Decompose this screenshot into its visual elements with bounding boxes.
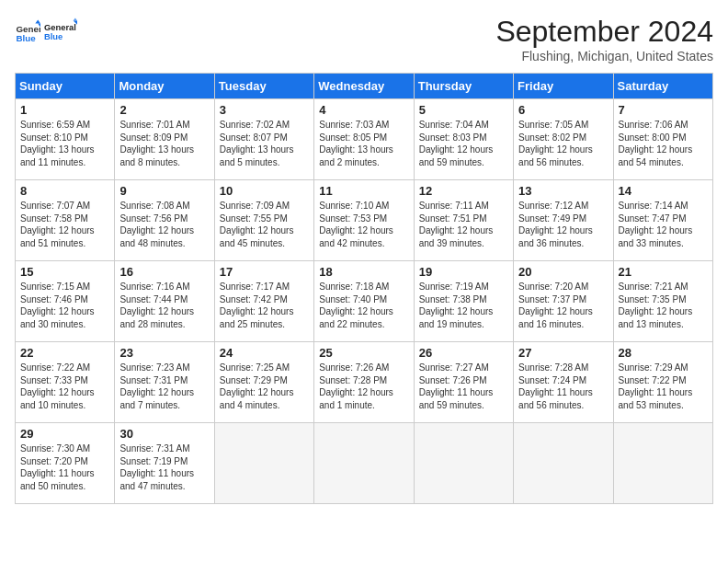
day-content: Sunrise: 7:25 AM Sunset: 7:29 PM Dayligh…	[220, 362, 309, 411]
day-header-tuesday: Tuesday	[214, 74, 313, 99]
day-number: 4	[319, 103, 408, 117]
day-number: 23	[119, 346, 209, 360]
day-content: Sunrise: 7:20 AM Sunset: 7:37 PM Dayligh…	[518, 281, 608, 330]
day-content: Sunrise: 7:02 AM Sunset: 8:07 PM Dayligh…	[220, 119, 309, 168]
calendar-cell: 4Sunrise: 7:03 AM Sunset: 8:05 PM Daylig…	[314, 99, 414, 180]
calendar-cell: 16Sunrise: 7:16 AM Sunset: 7:44 PM Dayli…	[115, 261, 214, 342]
calendar-table: SundayMondayTuesdayWednesdayThursdayFrid…	[15, 73, 713, 504]
calendar-cell: 13Sunrise: 7:12 AM Sunset: 7:49 PM Dayli…	[514, 180, 613, 261]
calendar-cell: 22Sunrise: 7:22 AM Sunset: 7:33 PM Dayli…	[16, 342, 115, 423]
day-content: Sunrise: 7:10 AM Sunset: 7:53 PM Dayligh…	[319, 200, 408, 249]
day-content: Sunrise: 7:15 AM Sunset: 7:46 PM Dayligh…	[20, 281, 109, 330]
title-block: September 2024 Flushing, Michigan, Unite…	[495, 15, 713, 63]
calendar-cell	[214, 423, 313, 504]
day-content: Sunrise: 7:29 AM Sunset: 7:22 PM Dayligh…	[619, 362, 708, 411]
day-header-saturday: Saturday	[613, 74, 712, 99]
calendar-cell	[314, 423, 414, 504]
generalblue-logo-graphic: General Blue	[44, 15, 77, 48]
day-number: 10	[220, 184, 309, 198]
day-content: Sunrise: 7:03 AM Sunset: 8:05 PM Dayligh…	[319, 119, 408, 168]
day-content: Sunrise: 7:14 AM Sunset: 7:47 PM Dayligh…	[619, 200, 708, 249]
calendar-cell: 24Sunrise: 7:25 AM Sunset: 7:29 PM Dayli…	[214, 342, 313, 423]
calendar-cell: 21Sunrise: 7:21 AM Sunset: 7:35 PM Dayli…	[613, 261, 712, 342]
calendar-cell: 3Sunrise: 7:02 AM Sunset: 8:07 PM Daylig…	[214, 99, 313, 180]
calendar-header-row: SundayMondayTuesdayWednesdayThursdayFrid…	[16, 74, 713, 99]
day-content: Sunrise: 7:04 AM Sunset: 8:03 PM Dayligh…	[419, 119, 508, 168]
calendar-cell: 10Sunrise: 7:09 AM Sunset: 7:55 PM Dayli…	[214, 180, 313, 261]
svg-marker-2	[35, 19, 40, 23]
day-number: 27	[518, 346, 608, 360]
day-number: 2	[119, 103, 209, 117]
svg-text:Blue: Blue	[44, 32, 63, 41]
day-number: 22	[20, 346, 109, 360]
calendar-cell: 25Sunrise: 7:26 AM Sunset: 7:28 PM Dayli…	[314, 342, 414, 423]
calendar-cell: 18Sunrise: 7:18 AM Sunset: 7:40 PM Dayli…	[314, 261, 414, 342]
month-title: September 2024	[495, 15, 713, 49]
calendar-cell: 17Sunrise: 7:17 AM Sunset: 7:42 PM Dayli…	[214, 261, 313, 342]
calendar-cell	[514, 423, 613, 504]
day-number: 19	[419, 265, 508, 279]
calendar-cell	[613, 423, 712, 504]
day-content: Sunrise: 7:07 AM Sunset: 7:58 PM Dayligh…	[20, 200, 109, 249]
day-number: 26	[419, 346, 508, 360]
day-header-wednesday: Wednesday	[314, 74, 414, 99]
svg-marker-7	[74, 18, 77, 21]
day-content: Sunrise: 7:27 AM Sunset: 7:26 PM Dayligh…	[419, 362, 508, 411]
day-number: 8	[20, 184, 109, 198]
logo-icon: General Blue	[15, 18, 40, 44]
day-content: Sunrise: 7:08 AM Sunset: 7:56 PM Dayligh…	[119, 200, 209, 249]
day-content: Sunrise: 7:17 AM Sunset: 7:42 PM Dayligh…	[220, 281, 309, 330]
day-number: 5	[419, 103, 508, 117]
calendar-cell	[414, 423, 513, 504]
logo: General Blue General Blue	[15, 15, 77, 48]
svg-text:General: General	[44, 23, 76, 32]
calendar-cell: 12Sunrise: 7:11 AM Sunset: 7:51 PM Dayli…	[414, 180, 513, 261]
day-number: 12	[419, 184, 508, 198]
day-content: Sunrise: 7:19 AM Sunset: 7:38 PM Dayligh…	[419, 281, 508, 330]
calendar-cell: 29Sunrise: 7:30 AM Sunset: 7:20 PM Dayli…	[16, 423, 115, 504]
calendar-cell: 7Sunrise: 7:06 AM Sunset: 8:00 PM Daylig…	[613, 99, 712, 180]
calendar-cell: 6Sunrise: 7:05 AM Sunset: 8:02 PM Daylig…	[514, 99, 613, 180]
day-content: Sunrise: 7:22 AM Sunset: 7:33 PM Dayligh…	[20, 362, 109, 411]
calendar-cell: 30Sunrise: 7:31 AM Sunset: 7:19 PM Dayli…	[115, 423, 214, 504]
day-number: 14	[619, 184, 708, 198]
calendar-cell: 27Sunrise: 7:28 AM Sunset: 7:24 PM Dayli…	[514, 342, 613, 423]
calendar-cell: 11Sunrise: 7:10 AM Sunset: 7:53 PM Dayli…	[314, 180, 414, 261]
svg-text:Blue: Blue	[16, 33, 36, 43]
day-content: Sunrise: 7:09 AM Sunset: 7:55 PM Dayligh…	[220, 200, 309, 249]
calendar-week-row: 8Sunrise: 7:07 AM Sunset: 7:58 PM Daylig…	[16, 180, 713, 261]
calendar-cell: 5Sunrise: 7:04 AM Sunset: 8:03 PM Daylig…	[414, 99, 513, 180]
day-number: 3	[220, 103, 309, 117]
day-header-monday: Monday	[115, 74, 214, 99]
day-number: 25	[319, 346, 408, 360]
location-subtitle: Flushing, Michigan, United States	[495, 49, 713, 63]
calendar-week-row: 29Sunrise: 7:30 AM Sunset: 7:20 PM Dayli…	[16, 423, 713, 504]
calendar-cell: 1Sunrise: 6:59 AM Sunset: 8:10 PM Daylig…	[16, 99, 115, 180]
day-content: Sunrise: 7:28 AM Sunset: 7:24 PM Dayligh…	[518, 362, 608, 411]
day-number: 20	[518, 265, 608, 279]
calendar-cell: 15Sunrise: 7:15 AM Sunset: 7:46 PM Dayli…	[16, 261, 115, 342]
day-content: Sunrise: 7:16 AM Sunset: 7:44 PM Dayligh…	[119, 281, 209, 330]
calendar-cell: 26Sunrise: 7:27 AM Sunset: 7:26 PM Dayli…	[414, 342, 513, 423]
day-number: 21	[619, 265, 708, 279]
day-content: Sunrise: 7:31 AM Sunset: 7:19 PM Dayligh…	[119, 442, 209, 492]
calendar-week-row: 1Sunrise: 6:59 AM Sunset: 8:10 PM Daylig…	[16, 99, 713, 180]
day-header-sunday: Sunday	[16, 74, 115, 99]
day-content: Sunrise: 7:12 AM Sunset: 7:49 PM Dayligh…	[518, 200, 608, 249]
day-content: Sunrise: 7:06 AM Sunset: 8:00 PM Dayligh…	[619, 119, 708, 168]
day-number: 29	[20, 427, 109, 441]
day-header-friday: Friday	[514, 74, 613, 99]
day-content: Sunrise: 7:18 AM Sunset: 7:40 PM Dayligh…	[319, 281, 408, 330]
calendar-cell: 2Sunrise: 7:01 AM Sunset: 8:09 PM Daylig…	[115, 99, 214, 180]
day-content: Sunrise: 7:11 AM Sunset: 7:51 PM Dayligh…	[419, 200, 508, 249]
day-content: Sunrise: 7:30 AM Sunset: 7:20 PM Dayligh…	[20, 442, 109, 492]
calendar-cell: 8Sunrise: 7:07 AM Sunset: 7:58 PM Daylig…	[16, 180, 115, 261]
day-number: 17	[220, 265, 309, 279]
day-header-thursday: Thursday	[414, 74, 513, 99]
day-content: Sunrise: 7:01 AM Sunset: 8:09 PM Dayligh…	[119, 119, 209, 168]
day-number: 6	[518, 103, 608, 117]
calendar-cell: 23Sunrise: 7:23 AM Sunset: 7:31 PM Dayli…	[115, 342, 214, 423]
calendar-cell: 20Sunrise: 7:20 AM Sunset: 7:37 PM Dayli…	[514, 261, 613, 342]
day-number: 16	[119, 265, 209, 279]
day-content: Sunrise: 7:05 AM Sunset: 8:02 PM Dayligh…	[518, 119, 608, 168]
